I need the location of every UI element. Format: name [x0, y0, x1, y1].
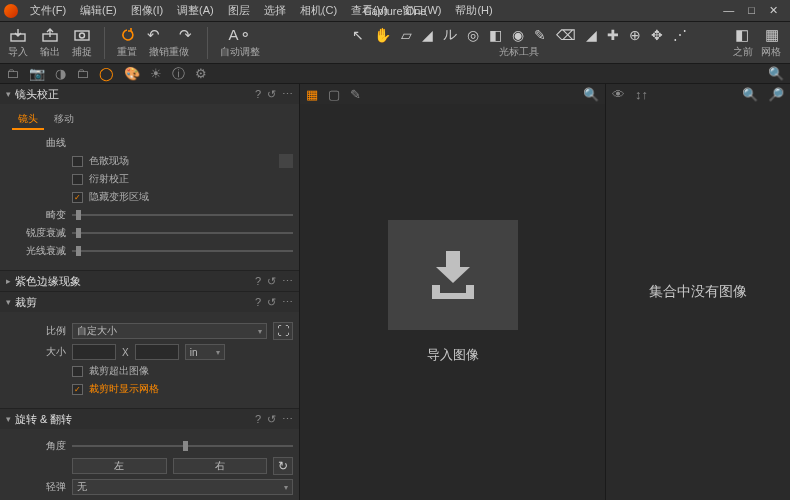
rotate-right-button[interactable]: 右 [173, 458, 268, 474]
tab-quick-icon[interactable]: ◑ [55, 66, 66, 81]
clone-tool-icon[interactable]: ⊕ [629, 27, 641, 43]
size-width-input[interactable] [72, 344, 116, 360]
move-tool-icon[interactable]: ↖ [352, 27, 364, 43]
viewer-top-bar: ▦ ▢ ✎ 🔍 [300, 84, 605, 104]
tab-color-icon[interactable]: 🎨 [124, 66, 140, 81]
panel-menu-icon[interactable]: ⋯ [282, 413, 293, 426]
menu-adjust[interactable]: 调整(A) [171, 0, 220, 21]
before-after-icon[interactable]: ◧ [732, 26, 752, 44]
hide-deform-checkbox[interactable]: ✓ [72, 192, 83, 203]
capture-label: 捕捉 [72, 45, 92, 59]
panel-reset-icon[interactable]: ↺ [267, 413, 276, 426]
panel-reset-icon[interactable]: ↺ [267, 275, 276, 288]
diffraction-checkbox[interactable] [72, 174, 83, 185]
color-scene-checkbox[interactable] [72, 156, 83, 167]
auto-adjust-icon[interactable]: A⚬ [230, 26, 250, 44]
export-icon[interactable] [40, 26, 60, 44]
panel-menu-icon[interactable]: ⋯ [282, 88, 293, 101]
crop-apply-icon[interactable]: ⛶ [273, 322, 293, 340]
tab-exposure-icon[interactable]: ☀ [150, 66, 162, 81]
hand-tool-icon[interactable]: ✋ [374, 27, 391, 43]
lens-subtab-move[interactable]: 移动 [48, 110, 80, 130]
erase-tool-icon[interactable]: ⌫ [556, 27, 576, 43]
annotate-tool-icon[interactable]: ⋰ [673, 27, 687, 43]
mask-square-icon[interactable]: ◧ [489, 27, 502, 43]
menu-help[interactable]: 帮助(H) [449, 0, 498, 21]
distortion-slider[interactable] [72, 214, 293, 216]
minimize-button[interactable]: — [723, 4, 734, 17]
panel-help-icon[interactable]: ? [255, 275, 261, 288]
browser-eye-icon[interactable]: 👁 [612, 87, 625, 102]
tab-settings-icon[interactable]: ⚙ [195, 66, 207, 81]
close-button[interactable]: ✕ [769, 4, 778, 17]
viewer-search-icon[interactable]: 🔍 [583, 87, 599, 102]
browser-sort-icon[interactable]: ↕↑ [635, 87, 648, 102]
size-height-input[interactable] [135, 344, 179, 360]
crop-tool-icon[interactable]: ▱ [401, 27, 412, 43]
capture-icon[interactable] [72, 26, 92, 44]
panel-header-crop[interactable]: ▾ 裁剪 ?↺⋯ [0, 292, 299, 312]
sidebar-search-icon[interactable]: 🔍 [768, 66, 784, 81]
cursor-tools-label: 光标工具 [499, 45, 539, 59]
view-single-icon[interactable]: ▢ [328, 87, 340, 102]
flip-select[interactable]: 无 [72, 479, 293, 495]
mask-circle-icon[interactable]: ◉ [512, 27, 524, 43]
tab-details-icon[interactable]: ⓘ [172, 65, 185, 83]
tab-capture-icon[interactable]: 📷 [29, 66, 45, 81]
crop-grid-checkbox[interactable]: ✓ [72, 384, 83, 395]
size-unit-select[interactable]: in [185, 344, 225, 360]
import-image-button[interactable] [388, 220, 518, 330]
gradient-tool-icon[interactable]: ◢ [586, 27, 597, 43]
menu-select[interactable]: 选择 [258, 0, 292, 21]
panel-help-icon[interactable]: ? [255, 413, 261, 426]
rotate-reset-icon[interactable]: ↻ [273, 457, 293, 475]
panel-reset-icon[interactable]: ↺ [267, 296, 276, 309]
light-falloff-slider[interactable] [72, 250, 293, 252]
diffraction-label: 衍射校正 [89, 172, 129, 186]
tab-lens-icon[interactable]: ◯ [99, 66, 114, 81]
menu-file[interactable]: 文件(F) [24, 0, 72, 21]
picker-tool-icon[interactable]: ✥ [651, 27, 663, 43]
angle-label: 角度 [12, 439, 66, 453]
ratio-select[interactable]: 自定大小 [72, 323, 267, 339]
tab-library-icon[interactable]: 🗀 [6, 66, 19, 81]
menu-edit[interactable]: 编辑(E) [74, 0, 123, 21]
sharp-falloff-slider[interactable] [72, 232, 293, 234]
reset-icon[interactable] [117, 26, 137, 44]
panel-header-purple[interactable]: ▸ 紫色边缘现象 ?↺⋯ [0, 271, 299, 291]
panel-reset-icon[interactable]: ↺ [267, 88, 276, 101]
tab-metadata-icon[interactable]: 🗀 [76, 66, 89, 81]
color-swatch[interactable] [279, 154, 293, 168]
import-icon[interactable] [8, 26, 28, 44]
angle-slider[interactable] [72, 445, 293, 447]
browser-search-icon[interactable]: 🔍 [742, 87, 758, 102]
redo-icon[interactable]: ↷ [175, 26, 195, 44]
lens-subtab-lens[interactable]: 镜头 [12, 110, 44, 130]
menu-image[interactable]: 图像(I) [125, 0, 169, 21]
menu-camera[interactable]: 相机(C) [294, 0, 343, 21]
undo-icon[interactable]: ↶ [143, 26, 163, 44]
maximize-button[interactable]: □ [748, 4, 755, 17]
browser-zoom-icon[interactable]: 🔎 [768, 87, 784, 102]
panel-header-lens[interactable]: ▾ 镜头校正 ? ↺ ⋯ [0, 84, 299, 104]
viewer-area: ▦ ▢ ✎ 🔍 导入图像 [300, 84, 605, 500]
keystone-tool-icon[interactable]: ル [443, 26, 457, 44]
spot-tool-icon[interactable]: ◎ [467, 27, 479, 43]
panel-header-rotate[interactable]: ▾ 旋转 & 翻转 ?↺⋯ [0, 409, 299, 429]
straighten-tool-icon[interactable]: ◢ [422, 27, 433, 43]
before-label: 之前 [733, 45, 753, 59]
view-brush-icon[interactable]: ✎ [350, 87, 361, 102]
collapse-caret-icon: ▾ [6, 89, 11, 99]
panel-menu-icon[interactable]: ⋯ [282, 296, 293, 309]
brush-tool-icon[interactable]: ✎ [534, 27, 546, 43]
panel-help-icon[interactable]: ? [255, 88, 261, 101]
main-area: ▾ 镜头校正 ? ↺ ⋯ 镜头 移动 曲线 色散现场 [0, 84, 790, 500]
panel-help-icon[interactable]: ? [255, 296, 261, 309]
menu-layer[interactable]: 图层 [222, 0, 256, 21]
panel-menu-icon[interactable]: ⋯ [282, 275, 293, 288]
view-grid-icon[interactable]: ▦ [306, 87, 318, 102]
rotate-left-button[interactable]: 左 [72, 458, 167, 474]
crop-beyond-checkbox[interactable] [72, 366, 83, 377]
grid-toggle-icon[interactable]: ▦ [762, 26, 782, 44]
heal-tool-icon[interactable]: ✚ [607, 27, 619, 43]
